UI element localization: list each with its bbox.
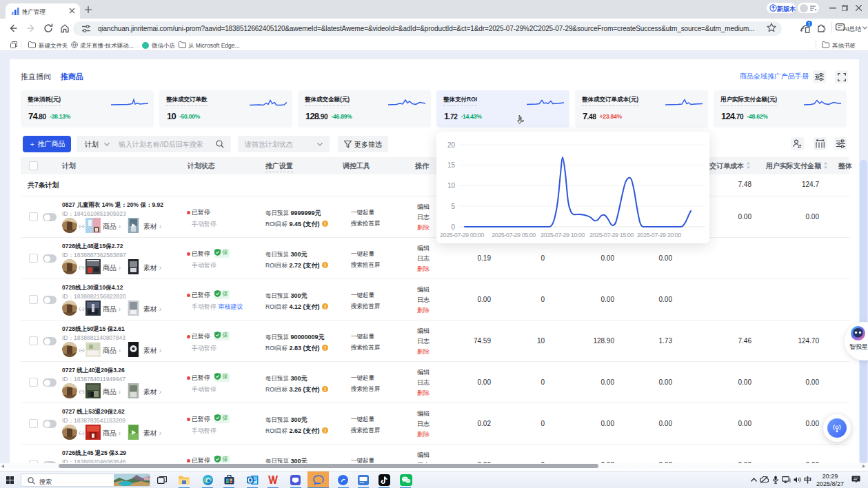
svg-text:2025-07-29 00:00: 2025-07-29 00:00	[440, 232, 484, 238]
svg-text:5: 5	[451, 203, 455, 210]
svg-text:2025-07-29 05:00: 2025-07-29 05:00	[492, 232, 536, 238]
svg-text:2025-07-29 15:00: 2025-07-29 15:00	[589, 232, 634, 238]
svg-text:10: 10	[447, 182, 456, 190]
svg-text:20: 20	[447, 141, 456, 149]
svg-text:0: 0	[451, 223, 455, 231]
svg-text:15: 15	[447, 161, 456, 169]
svg-text:2025-07-29 20:00: 2025-07-29 20:00	[637, 232, 681, 238]
svg-text:2025-07-29 10:00: 2025-07-29 10:00	[541, 232, 585, 238]
